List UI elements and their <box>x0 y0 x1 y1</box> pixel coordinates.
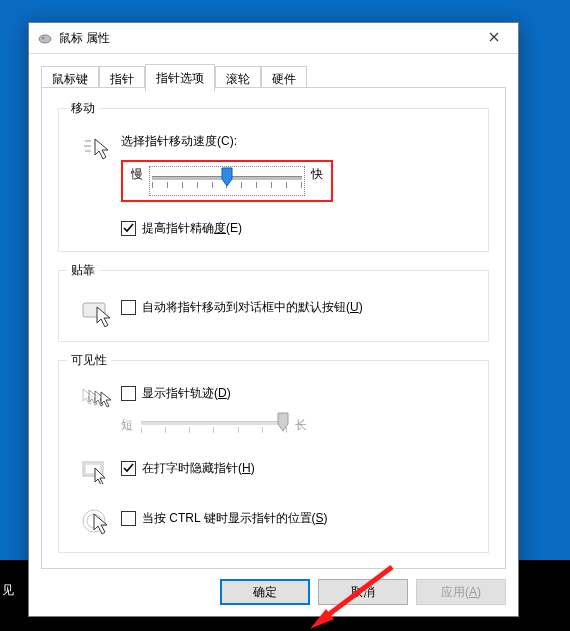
tab-panel-pointer-options: 移动 选择指针移动速度(C): <box>41 87 506 569</box>
show-trails-checkbox[interactable]: 显示指针轨迹(D) <box>121 385 474 402</box>
group-snap-legend: 贴靠 <box>67 262 99 279</box>
trails-long-label: 长 <box>295 417 307 434</box>
svg-point-1 <box>42 36 45 39</box>
hide-while-typing-label: 在打字时隐藏指针(H) <box>142 460 255 477</box>
show-trails-label: 显示指针轨迹(D) <box>142 385 231 402</box>
enhance-precision-checkbox[interactable]: 提高指针精确度(E) <box>121 220 474 237</box>
ok-button[interactable]: 确定 <box>220 579 310 605</box>
dialog-content: 鼠标键指针指针选项滚轮硬件 移动 选择指针移 <box>29 54 518 617</box>
svg-point-0 <box>39 35 51 43</box>
pointer-speed-label: 选择指针移动速度(C): <box>121 133 474 150</box>
speed-fast-label: 快 <box>311 166 323 196</box>
group-motion: 移动 选择指针移动速度(C): <box>58 108 489 252</box>
group-snap: 贴靠 自动将指针移动到对话框中的默认按钮(U) <box>58 270 489 342</box>
snap-to-default-label: 自动将指针移动到对话框中的默认按钮(U) <box>142 299 363 316</box>
apply-button: 应用(A) <box>416 579 506 605</box>
snap-to-default-checkbox[interactable]: 自动将指针移动到对话框中的默认按钮(U) <box>121 299 474 316</box>
group-motion-legend: 移动 <box>67 100 99 117</box>
ctrl-locate-checkbox[interactable]: 当按 CTRL 键时显示指针的位置(S) <box>121 510 474 527</box>
group-visibility: 可见性 <box>58 360 489 553</box>
ctrl-locate-label: 当按 CTRL 键时显示指针的位置(S) <box>142 510 328 527</box>
dialog-button-row: 确定 取消 应用(A) <box>220 579 506 605</box>
backdrop-label: 见 <box>2 582 14 599</box>
cancel-button[interactable]: 取消 <box>318 579 408 605</box>
mouse-icon <box>37 33 53 43</box>
pointer-speed-icon <box>81 135 113 165</box>
trails-short-label: 短 <box>121 417 133 434</box>
window-title: 鼠标 属性 <box>59 30 474 47</box>
group-visibility-legend: 可见性 <box>67 352 111 369</box>
speed-slow-label: 慢 <box>131 166 143 196</box>
speed-highlight-box: 慢 <box>121 160 333 202</box>
close-icon <box>489 31 499 45</box>
title-bar: 鼠标 属性 <box>29 23 518 54</box>
checkbox-icon <box>121 300 136 315</box>
pointer-speed-slider[interactable] <box>149 166 305 196</box>
mouse-properties-dialog: 鼠标 属性 鼠标键指针指针选项滚轮硬件 移动 <box>28 22 519 617</box>
checkbox-icon <box>121 221 136 236</box>
checkbox-icon <box>121 511 136 526</box>
ctrl-locate-icon <box>81 508 113 538</box>
hide-while-typing-checkbox[interactable]: 在打字时隐藏指针(H) <box>121 460 474 477</box>
snap-to-icon <box>81 297 113 327</box>
close-button[interactable] <box>474 24 514 52</box>
checkbox-icon <box>121 461 136 476</box>
trails-length-slider <box>139 412 289 438</box>
pointer-trails-icon <box>81 387 113 417</box>
tab-pointer-options[interactable]: 指针选项 <box>145 64 215 92</box>
enhance-precision-label: 提高指针精确度(E) <box>142 220 242 237</box>
hide-while-typing-icon <box>81 458 113 488</box>
tab-strip: 鼠标键指针指针选项滚轮硬件 <box>41 64 506 88</box>
checkbox-icon <box>121 386 136 401</box>
